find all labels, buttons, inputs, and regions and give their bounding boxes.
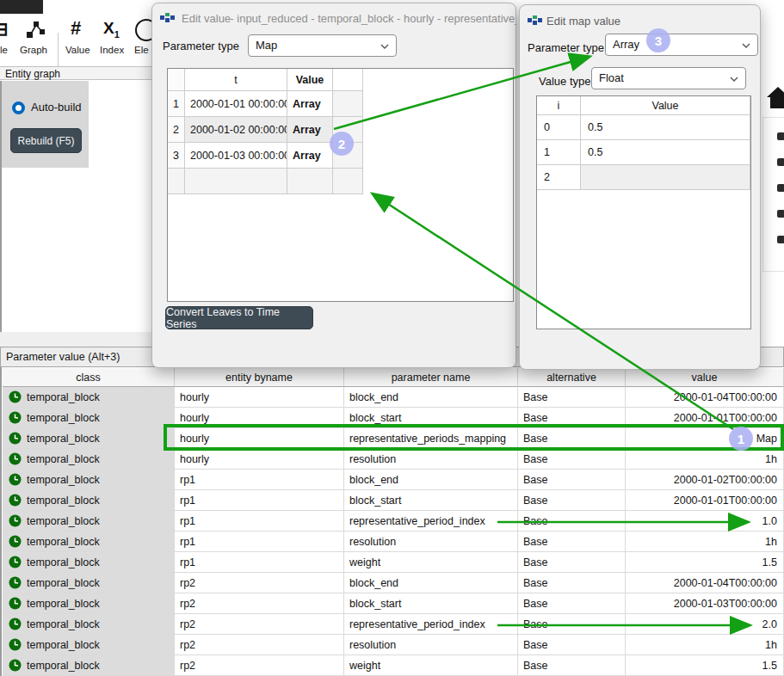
parameter-name-cell[interactable]: representative_period_index — [344, 614, 518, 635]
class-cell[interactable]: temporal_block — [3, 511, 175, 532]
value-cell[interactable] — [581, 165, 750, 190]
entity-byname-cell[interactable]: rp2 — [175, 614, 344, 635]
toolbar-item-table[interactable]: ⊟ le — [0, 17, 15, 62]
toolbar-item-graph[interactable]: Graph — [17, 17, 55, 62]
class-cell[interactable]: temporal_block — [3, 552, 175, 573]
class-cell[interactable]: temporal_block — [3, 655, 175, 676]
parameter-name-cell[interactable]: representative_periods_mapping — [344, 428, 518, 449]
class-cell[interactable]: temporal_block — [3, 532, 175, 552]
alternative-cell[interactable]: Base — [518, 428, 626, 449]
table-row[interactable]: temporal_block rp2 weight Base 1.5 — [3, 655, 784, 676]
value-cell[interactable]: 1h — [626, 635, 784, 655]
toolbar-item-index[interactable]: X1 Index — [97, 17, 130, 62]
rebuild-button[interactable]: Rebuild (F5) — [10, 128, 82, 153]
table-row[interactable]: temporal_block rp2 representative_period… — [3, 614, 784, 635]
class-cell[interactable]: temporal_block — [3, 490, 175, 511]
parameter-name-cell[interactable]: block_end — [344, 573, 518, 593]
table-row[interactable]: temporal_block rp1 block_end Base 2000-0… — [3, 470, 784, 490]
table-row[interactable]: temporal_block hourly representative_per… — [3, 428, 784, 449]
entity-byname-cell[interactable]: hourly — [175, 408, 344, 428]
alternative-cell[interactable]: Base — [518, 408, 626, 428]
value-cell[interactable]: Array — [287, 91, 333, 117]
t-cell[interactable]: 2000-01-02 00:00:00 — [185, 117, 287, 143]
extra-cell[interactable] — [333, 169, 363, 194]
column-header-i[interactable]: i — [537, 96, 581, 115]
map-table-row[interactable] — [168, 169, 513, 194]
extra-cell[interactable] — [333, 143, 363, 169]
parameter-type-dropdown[interactable]: Array — [605, 34, 758, 56]
parameter-name-cell[interactable]: block_start — [344, 490, 518, 511]
value-cell[interactable]: 1.0 — [626, 511, 784, 532]
table-row[interactable]: temporal_block rp1 representative_period… — [3, 511, 784, 532]
alternative-cell[interactable]: Base — [518, 449, 626, 470]
t-cell[interactable] — [185, 169, 287, 194]
class-cell[interactable]: temporal_block — [3, 593, 175, 614]
entity-byname-cell[interactable]: hourly — [175, 428, 344, 449]
value-cell[interactable]: 1.5 — [626, 552, 784, 573]
array-table-row[interactable]: 1 0.5 — [537, 140, 750, 165]
value-cell[interactable]: 2000-01-01T00:00:00 — [626, 490, 784, 511]
alternative-cell[interactable]: Base — [518, 511, 626, 532]
parameter-name-cell[interactable]: resolution — [344, 635, 518, 655]
value-cell[interactable]: 1.5 — [626, 655, 784, 676]
convert-leaves-button[interactable]: Convert Leaves to Time Series — [165, 306, 313, 329]
parameter-name-cell[interactable]: resolution — [344, 449, 518, 470]
entity-byname-cell[interactable]: rp2 — [175, 635, 344, 655]
parameter-type-dropdown[interactable]: Map — [248, 34, 397, 57]
column-header-t[interactable]: t — [185, 69, 287, 91]
table-row[interactable]: temporal_block rp2 block_end Base 2000-0… — [3, 573, 784, 593]
index-cell[interactable]: 2 — [537, 165, 581, 190]
parameter-name-cell[interactable]: block_start — [344, 593, 518, 614]
toolbar-item-value[interactable]: # Value — [64, 17, 95, 62]
table-row[interactable]: temporal_block rp1 weight Base 1.5 — [3, 552, 784, 573]
index-cell[interactable]: 1 — [537, 140, 581, 165]
array-value-table[interactable]: i Value 0 0.5 1 0.5 2 — [536, 95, 751, 329]
value-cell[interactable]: 2000-01-04T00:00:00 — [626, 387, 784, 408]
alternative-cell[interactable]: Base — [518, 532, 626, 552]
column-header-alternative[interactable]: alternative — [518, 368, 626, 387]
table-row[interactable]: temporal_block rp2 resolution Base 1h — [3, 635, 784, 655]
extra-cell[interactable] — [333, 91, 363, 117]
class-cell[interactable]: temporal_block — [3, 408, 175, 428]
map-table-row[interactable]: 2 2000-01-02 00:00:00 Array — [168, 117, 513, 143]
table-row[interactable]: temporal_block hourly resolution Base 1h — [3, 449, 784, 470]
parameter-name-cell[interactable]: weight — [344, 552, 518, 573]
home-icon[interactable] — [767, 86, 784, 110]
column-header-value[interactable]: Value — [287, 69, 333, 91]
value-cell[interactable]: 0.5 — [581, 140, 750, 165]
parameter-name-cell[interactable]: block_end — [344, 387, 518, 408]
column-header-entity-byname[interactable]: entity byname — [175, 368, 344, 387]
parameter-name-cell[interactable]: block_end — [344, 470, 518, 490]
parameter-name-cell[interactable]: weight — [344, 655, 518, 676]
alternative-cell[interactable]: Base — [518, 490, 626, 511]
value-cell[interactable]: 2000-01-01T00:00:00 — [626, 408, 784, 428]
value-cell[interactable]: 0.5 — [581, 115, 750, 140]
column-header-value[interactable]: value — [626, 368, 784, 387]
entity-byname-cell[interactable]: rp1 — [175, 532, 344, 552]
value-type-dropdown[interactable]: Float — [591, 67, 746, 89]
value-cell[interactable] — [287, 169, 333, 194]
value-cell[interactable]: 1h — [626, 449, 784, 470]
entity-byname-cell[interactable]: hourly — [175, 449, 344, 470]
column-header-parameter-name[interactable]: parameter name — [344, 368, 518, 387]
class-cell[interactable]: temporal_block — [3, 614, 175, 635]
value-cell[interactable]: Array — [287, 143, 333, 169]
parameter-name-cell[interactable]: representative_period_index — [344, 511, 518, 532]
value-cell[interactable]: 2000-01-02T00:00:00 — [626, 470, 784, 490]
map-table-row[interactable]: 1 2000-01-01 00:00:00 Array — [168, 91, 513, 117]
parameter-name-cell[interactable]: block_start — [344, 408, 518, 428]
entity-byname-cell[interactable]: rp1 — [175, 470, 344, 490]
value-cell[interactable]: 2000-01-03T00:00:00 — [626, 593, 784, 614]
class-cell[interactable]: temporal_block — [3, 470, 175, 490]
t-cell[interactable]: 2000-01-03 00:00:00 — [185, 143, 287, 169]
class-cell[interactable]: temporal_block — [3, 428, 175, 449]
index-cell[interactable]: 0 — [537, 115, 581, 140]
table-row[interactable]: temporal_block hourly block_start Base 2… — [3, 408, 784, 428]
class-cell[interactable]: temporal_block — [3, 449, 175, 470]
alternative-cell[interactable]: Base — [518, 470, 626, 490]
alternative-cell[interactable]: Base — [518, 387, 626, 408]
alternative-cell[interactable]: Base — [518, 635, 626, 655]
array-table-row[interactable]: 2 — [537, 165, 750, 190]
table-row[interactable]: temporal_block rp2 block_start Base 2000… — [3, 593, 784, 614]
entity-byname-cell[interactable]: rp2 — [175, 593, 344, 614]
